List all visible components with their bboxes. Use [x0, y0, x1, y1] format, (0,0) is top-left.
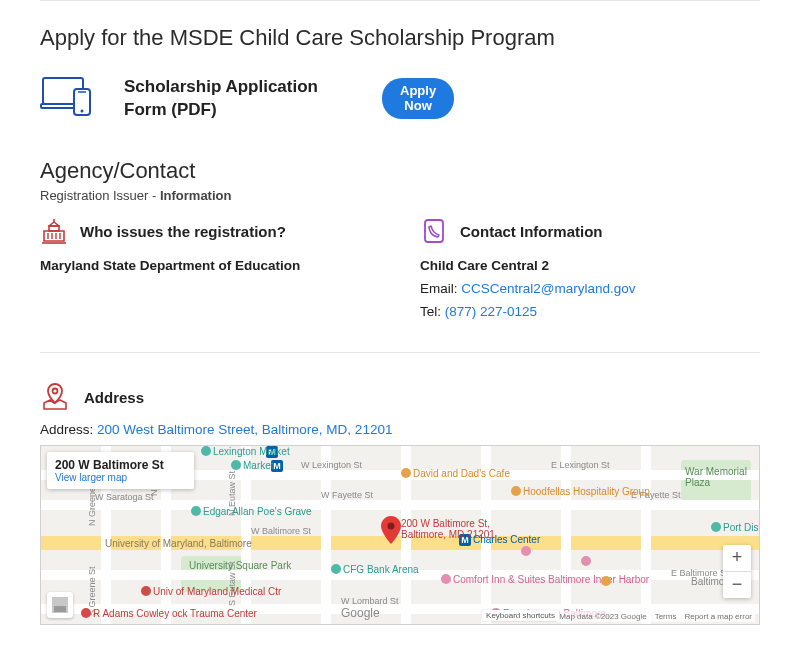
- map-poi: Edgar Allan Poe's Grave: [191, 506, 312, 517]
- map-info-title: 200 W Baltimore St: [55, 458, 164, 472]
- map-zoom-out-button[interactable]: −: [723, 572, 751, 598]
- svg-point-3: [81, 110, 84, 113]
- svg-point-17: [388, 522, 395, 529]
- map-poi: [581, 556, 591, 566]
- devices-icon: [40, 75, 96, 122]
- address-block: Address Address: 200 West Baltimore Stre…: [40, 381, 760, 625]
- map-attribution-report[interactable]: Report a map error: [684, 612, 752, 621]
- contact-heading: Contact Information: [460, 223, 603, 240]
- scholarship-form-label: Scholarship Application Form (PDF): [124, 76, 354, 120]
- map-poi: [521, 546, 531, 556]
- map-google-logo: Google: [341, 606, 380, 620]
- agency-subtitle-prefix: Registration Issuer -: [40, 188, 160, 203]
- map-poi: Comfort Inn & Suites Baltimore Inner Har…: [441, 574, 649, 585]
- contact-email-label: Email:: [420, 281, 461, 296]
- contact-tel-link[interactable]: (877) 227-0125: [445, 304, 537, 319]
- map-attribution-terms[interactable]: Terms: [655, 612, 677, 621]
- map-street-label: W Baltimore St: [251, 526, 311, 536]
- map-street-label: E Lexington St: [551, 460, 610, 470]
- map-road: [321, 446, 331, 624]
- map-poi: CFG Bank Arena: [331, 564, 419, 575]
- address-heading-row: Address: [40, 381, 760, 414]
- address-line: Address: 200 West Baltimore Street, Balt…: [40, 422, 760, 437]
- map-info-card: 200 W Baltimore St View larger map: [47, 452, 194, 489]
- map-road: [641, 446, 651, 624]
- contact-email-link[interactable]: CCSCentral2@maryland.gov: [461, 281, 635, 296]
- contact-body: Child Care Central 2 Email: CCSCentral2@…: [420, 255, 760, 324]
- map-poi: Port Dis Children's M: [711, 522, 760, 533]
- capitol-icon: [40, 217, 68, 245]
- map-keyboard-shortcuts[interactable]: Keyboard shortcuts: [482, 610, 559, 621]
- agency-title: Agency/Contact: [40, 158, 760, 184]
- map-area-label: University of Maryland, Baltimore: [105, 538, 252, 549]
- issuer-heading: Who issues the registration?: [80, 223, 286, 240]
- address-link[interactable]: 200 West Baltimore Street, Baltimore, MD…: [97, 422, 392, 437]
- scholarship-row: Scholarship Application Form (PDF) Apply…: [40, 75, 760, 122]
- map-area-label: War Memorial Plaza: [685, 466, 759, 488]
- contact-tel-label: Tel:: [420, 304, 445, 319]
- map-street-label: W Lexington St: [301, 460, 362, 470]
- apply-now-button[interactable]: Apply Now: [382, 78, 454, 120]
- map-view-larger-link[interactable]: View larger map: [55, 472, 164, 483]
- map-attribution: Map data ©2023 Google Terms Report a map…: [556, 611, 755, 622]
- map-streetview-thumb[interactable]: [47, 592, 73, 618]
- contact-heading-row: Contact Information: [420, 217, 760, 245]
- phonebook-icon: [420, 217, 448, 245]
- agency-columns: Who issues the registration? Maryland St…: [40, 217, 760, 324]
- map-poi: Hoodfellas Hospitality Group: [511, 486, 650, 497]
- svg-rect-19: [54, 606, 66, 612]
- map-pin-icon: [40, 381, 70, 414]
- issuer-col: Who issues the registration? Maryland St…: [40, 217, 380, 324]
- map-poi: R Adams Cowley ock Trauma Center: [81, 608, 257, 619]
- map-road: [561, 446, 571, 624]
- map-attribution-data: Map data ©2023 Google: [559, 612, 646, 621]
- map-street-label: W Fayette St: [321, 490, 373, 500]
- map-area-label: University Square Park: [189, 560, 291, 571]
- map-poi: [601, 576, 611, 586]
- svg-point-16: [53, 388, 58, 393]
- agency-subtitle-bold: Information: [160, 188, 232, 203]
- map-poi: Univ of Maryland Medical Ctr: [141, 586, 281, 597]
- map-zoom-in-button[interactable]: +: [723, 545, 751, 571]
- map-street-label: W Lombard St: [341, 596, 399, 606]
- map-street-label: W Saratoga St: [95, 492, 154, 502]
- issuer-body: Maryland State Department of Education: [40, 258, 300, 273]
- mid-rule: [40, 352, 760, 353]
- contact-org: Child Care Central 2: [420, 258, 549, 273]
- map-poi: Market: [231, 460, 274, 471]
- top-rule: [40, 0, 760, 1]
- map-pin-label: 200 W Baltimore St,Baltimore, MD 21201: [401, 518, 495, 540]
- issuer-heading-row: Who issues the registration?: [40, 217, 380, 245]
- map-road: [241, 446, 251, 624]
- map-poi: Lexington Market: [201, 446, 290, 457]
- map-embed[interactable]: W Lexington St E Lexington St W Fayette …: [40, 445, 760, 625]
- map-poi: David and Dad's Cafe: [401, 468, 510, 479]
- agency-subtitle: Registration Issuer - Information: [40, 188, 760, 203]
- address-heading: Address: [84, 389, 144, 406]
- contact-col: Contact Information Child Care Central 2…: [420, 217, 760, 324]
- map-center-pin-icon: [381, 516, 401, 544]
- map-zoom-controls: + −: [723, 545, 751, 598]
- apply-title: Apply for the MSDE Child Care Scholarshi…: [40, 25, 760, 51]
- address-label: Address:: [40, 422, 97, 437]
